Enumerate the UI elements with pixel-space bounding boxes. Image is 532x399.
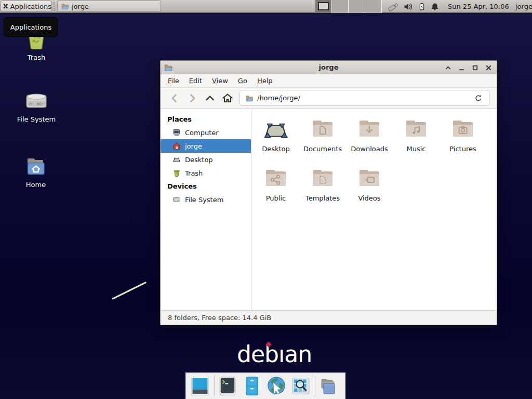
workspace-switcher (315, 0, 382, 13)
application-finder-button[interactable] (290, 376, 311, 396)
minimize-button[interactable] (457, 63, 466, 72)
close-button[interactable] (484, 63, 493, 72)
devices-header: Devices (161, 180, 251, 193)
panel-clock[interactable]: Sun 25 Apr, 10:06 (448, 0, 509, 13)
sidebar-item-trash[interactable]: Trash (161, 166, 251, 180)
dock-separator (315, 376, 315, 396)
file-item-pictures[interactable]: Pictures (440, 117, 486, 166)
menu-go[interactable]: Go (235, 76, 250, 86)
file-cabinet-icon (242, 376, 262, 396)
file-label: Music (407, 145, 426, 153)
shade-button[interactable] (444, 63, 452, 72)
sidebar-item-desktop[interactable]: Desktop (161, 153, 251, 166)
file-item-desktop[interactable]: Desktop (252, 117, 299, 166)
system-tray (388, 0, 439, 13)
desktop-icon-label: Home (26, 181, 46, 189)
workspace-4[interactable] (365, 0, 382, 13)
top-panel: Applications jorge Sun 25 Apr, 10:06 jor… (0, 0, 532, 13)
workspace-3[interactable] (349, 0, 365, 13)
file-item-videos[interactable]: Videos (346, 166, 393, 216)
panel-grip[interactable] (54, 2, 56, 11)
sidebar-item-label: jorge (185, 142, 202, 150)
sidebar-item-jorge[interactable]: jorge (161, 139, 251, 153)
xfce-logo-icon (3, 2, 9, 11)
desktop[interactable]: Applications jorge Sun 25 Apr, 10:06 jor… (0, 0, 532, 399)
file-item-templates[interactable]: Templates (299, 166, 346, 216)
menu-edit[interactable]: Edit (186, 76, 205, 86)
back-button[interactable] (166, 90, 183, 106)
file-manager-button[interactable] (242, 376, 262, 396)
cursor-trail-line (112, 282, 147, 300)
sidebar-item-label: Trash (185, 169, 203, 177)
sidebar-item-file-system[interactable]: File System (161, 193, 251, 206)
home-button[interactable] (219, 90, 236, 106)
workspace-window-thumb (318, 2, 329, 10)
panel-user-menu[interactable]: jorge (515, 0, 532, 13)
trash-icon (172, 169, 181, 177)
status-bar: 8 folders, Free space: 14.4 GiB (161, 310, 497, 325)
hard-drive-icon (172, 195, 181, 204)
magnifier-grid-icon (290, 376, 311, 396)
terminal-icon (217, 376, 238, 396)
reload-icon[interactable] (473, 93, 484, 103)
forward-button[interactable] (183, 90, 201, 106)
folder-camera-icon (450, 117, 475, 142)
logo-text: deb (237, 341, 278, 367)
removable-media-icon[interactable] (388, 2, 399, 11)
notifications-icon[interactable] (431, 2, 439, 11)
applications-menu-button[interactable]: Applications (1, 1, 52, 12)
file-label: Desktop (262, 145, 290, 153)
taskbar-window-button[interactable]: jorge (57, 1, 161, 12)
applications-tooltip: Applications (4, 17, 58, 37)
folder-share-icon (263, 166, 288, 191)
sidebar-item-computer[interactable]: Computer (161, 126, 251, 139)
maximize-button[interactable] (471, 63, 479, 72)
file-grid[interactable]: Desktop Documents Downloads Music Pictur… (251, 110, 497, 310)
file-manager-window: jorge File Edit View Go Help (160, 60, 497, 325)
file-item-public[interactable]: Public (252, 166, 299, 216)
file-label: Documents (303, 145, 342, 153)
file-label: Pictures (449, 145, 476, 153)
directory-menu-button[interactable] (318, 376, 339, 396)
workspace-1[interactable] (315, 0, 332, 13)
taskbar-window-title: jorge (72, 3, 89, 10)
computer-icon (172, 128, 181, 137)
sidebar-item-label: Computer (185, 129, 219, 137)
terminal-button[interactable] (217, 376, 238, 396)
desktop-icon-file-system[interactable]: File System (11, 87, 61, 123)
folder-music-icon (404, 117, 429, 142)
workspace-2[interactable] (332, 0, 349, 13)
file-label: Templates (305, 194, 340, 202)
desktop-icon-label: File System (17, 115, 56, 123)
window-titlebar[interactable]: jorge (161, 61, 497, 74)
battery-icon[interactable] (418, 2, 426, 11)
menu-view[interactable]: View (209, 76, 231, 86)
window-controls (444, 61, 493, 74)
folders-icon (318, 376, 339, 396)
path-bar[interactable]: /home/jorge/ (240, 90, 489, 106)
file-label: Downloads (351, 145, 388, 153)
menu-help[interactable]: Help (254, 76, 276, 86)
file-item-documents[interactable]: Documents (299, 117, 346, 166)
desktop-icon-home[interactable]: Home (11, 154, 61, 189)
web-browser-button[interactable] (266, 376, 287, 396)
current-path[interactable]: /home/jorge/ (257, 94, 470, 102)
toolbar: /home/jorge/ (161, 87, 497, 109)
places-header: Places (161, 113, 251, 126)
file-item-downloads[interactable]: Downloads (346, 117, 393, 166)
path-folder-icon (245, 94, 254, 102)
folder-document-icon (310, 117, 335, 142)
menu-file[interactable]: File (165, 76, 182, 86)
desktop-icon (172, 155, 181, 164)
up-button[interactable] (201, 90, 219, 106)
folder-video-icon (357, 166, 382, 191)
show-desktop-button[interactable] (190, 376, 210, 396)
window-folder-icon (164, 63, 173, 72)
dock-separator (214, 376, 215, 396)
logo-text-i: ı (278, 341, 284, 367)
sidebar: Places Computer jorge Desktop Trash (161, 110, 251, 310)
file-item-music[interactable]: Music (393, 117, 440, 166)
file-label: Videos (358, 194, 380, 202)
volume-icon[interactable] (404, 2, 413, 11)
globe-icon (266, 376, 287, 396)
